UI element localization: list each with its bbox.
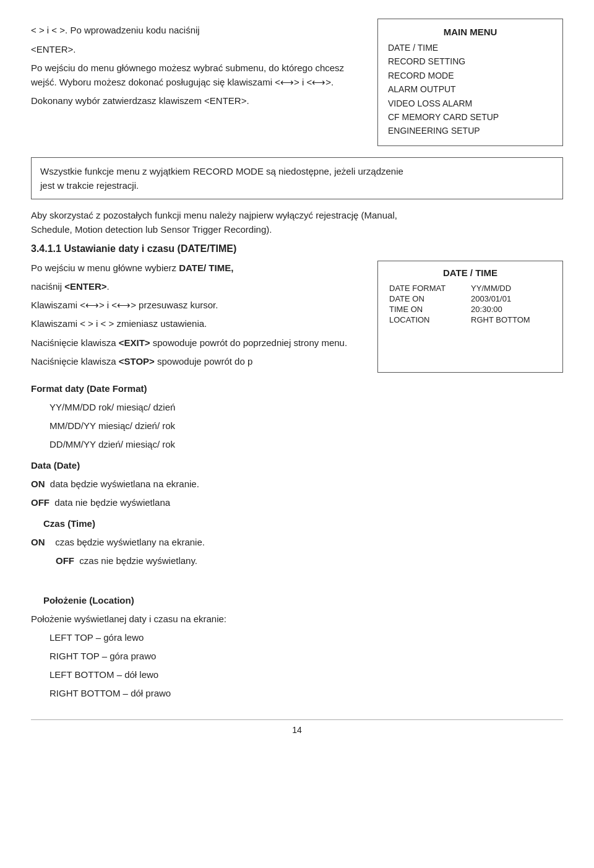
time-on: ON czas będzie wyświetlany na ekranie. xyxy=(31,535,563,550)
para-line2: Schedule, Motion detection lub Sensor Tr… xyxy=(31,224,272,235)
menu-item-record-mode: RECORD MODE xyxy=(388,69,553,82)
date-format-b: MM/DD/YY miesiąc/ dzień/ rok xyxy=(50,419,563,433)
dt-label-timeon: TIME ON xyxy=(387,304,468,315)
dt-row-location: LOCATION RGHT BOTTOM xyxy=(387,315,554,325)
intro-line3: Po wejściu do menu głównego możesz wybra… xyxy=(31,61,365,89)
para-section: Aby skorzystać z pozostałych funkcji men… xyxy=(31,208,563,237)
dt-row-format: DATE FORMAT YY/MM/DD xyxy=(387,283,554,293)
middle-line1: Po wejściu w menu główne wybierz DATE/ T… xyxy=(31,261,365,275)
content-section: Format daty (Date Format) YY/MM/DD rok/ … xyxy=(31,381,563,701)
notice-line2: jest w trakcie rejestracji. xyxy=(40,180,139,191)
top-section: < > i < >. Po wprowadzeniu kodu naciśnij… xyxy=(31,19,563,146)
date-format-c: DD/MM/YY dzień/ miesiąc/ rok xyxy=(50,437,563,452)
middle-section: Po wejściu w menu główne wybierz DATE/ T… xyxy=(31,261,563,373)
middle-line3: Klawiszami <⟷> i <⟷> przesuwasz kursor. xyxy=(31,298,365,312)
dt-value-location: RGHT BOTTOM xyxy=(468,315,554,325)
menu-item-alarm-output: ALARM OUTPUT xyxy=(388,82,553,96)
bold-stop: <STOP> xyxy=(119,356,155,367)
dt-label-dateon: DATE ON xyxy=(387,293,468,304)
middle-line5: Naciśnięcie klawisza <EXIT> spowoduje po… xyxy=(31,336,365,350)
location-desc: Położenie wyświetlanej daty i czasu na e… xyxy=(31,612,563,627)
page-container: < > i < >. Po wprowadzeniu kodu naciśnij… xyxy=(31,19,563,735)
location-b: RIGHT TOP – góra prawo xyxy=(50,649,563,664)
data-on-bold: ON xyxy=(31,479,45,489)
location-d: RIGHT BOTTOM – dół prawo xyxy=(50,686,563,701)
section-heading-341: 3.4.1.1 Ustawianie daty i czasu (DATE/TI… xyxy=(31,243,563,254)
datetime-box-title: DATE / TIME xyxy=(387,267,554,278)
intro-line4: Dokonany wybór zatwierdzasz klawiszem <E… xyxy=(31,94,365,108)
datetime-table: DATE FORMAT YY/MM/DD DATE ON 2003/01/01 … xyxy=(387,283,554,325)
main-menu-box: MAIN MENU DATE / TIME RECORD SETTING REC… xyxy=(377,19,563,146)
main-menu-title: MAIN MENU xyxy=(388,27,553,37)
bold-exit: <EXIT> xyxy=(119,337,150,348)
time-off-bold: OFF xyxy=(56,555,74,566)
data-off: OFF data nie będzie wyświetlana xyxy=(31,495,563,510)
dt-row-timeon: TIME ON 20:30:00 xyxy=(387,304,554,315)
location-a: LEFT TOP – góra lewo xyxy=(50,630,563,645)
data-off-bold: OFF xyxy=(31,497,50,508)
menu-item-engineering: ENGINEERING SETUP xyxy=(388,124,553,137)
notice-section: Wszystkie funkcje menu z wyjątkiem RECOR… xyxy=(31,157,563,200)
menu-item-record-setting: RECORD SETTING xyxy=(388,54,553,68)
para-line1: Aby skorzystać z pozostałych funkcji men… xyxy=(31,210,397,220)
bold-datetime: DATE/ TIME, xyxy=(179,263,233,273)
dt-row-dateon: DATE ON 2003/01/01 xyxy=(387,293,554,304)
bold-enter: <ENTER> xyxy=(64,281,106,292)
top-left-text: < > i < >. Po wprowadzeniu kodu naciśnij… xyxy=(31,19,365,146)
intro-line1: < > i < >. Po wprowadzeniu kodu naciśnij xyxy=(31,24,365,38)
datetime-box: DATE / TIME DATE FORMAT YY/MM/DD DATE ON… xyxy=(377,261,563,373)
location-heading: Położenie (Location) xyxy=(43,593,563,608)
date-format-a: YY/MM/DD rok/ miesiąc/ dzień xyxy=(50,400,563,415)
dt-label-location: LOCATION xyxy=(387,315,468,325)
time-on-bold: ON xyxy=(31,537,45,547)
time-off: OFF czas nie będzie wyświetlany. xyxy=(56,553,563,568)
dt-value-dateon: 2003/01/01 xyxy=(468,293,554,304)
dt-label-format: DATE FORMAT xyxy=(387,283,468,293)
intro-line2: <ENTER>. xyxy=(31,43,365,57)
menu-item-video-loss: VIDEO LOSS ALARM xyxy=(388,97,553,110)
menu-item-datetime: DATE / TIME xyxy=(388,41,553,54)
data-on: ON data będzie wyświetlana na ekranie. xyxy=(31,477,563,492)
page-number: 14 xyxy=(31,719,563,735)
location-c: LEFT BOTTOM – dół lewo xyxy=(50,667,563,682)
middle-line2: naciśnij <ENTER>. xyxy=(31,279,365,293)
menu-item-cf-memory: CF MEMORY CARD SETUP xyxy=(388,110,553,124)
middle-left-text: Po wejściu w menu główne wybierz DATE/ T… xyxy=(31,261,365,373)
middle-line4: Klawiszami < > i < > zmieniasz ustawieni… xyxy=(31,316,365,331)
middle-line6: Naciśnięcie klawisza <STOP> spowoduje po… xyxy=(31,354,365,368)
date-format-heading: Format daty (Date Format) xyxy=(31,381,563,396)
data-heading: Data (Date) xyxy=(31,458,563,473)
dt-value-format: YY/MM/DD xyxy=(468,283,554,293)
notice-line1: Wszystkie funkcje menu z wyjątkiem RECOR… xyxy=(40,166,403,176)
dt-value-timeon: 20:30:00 xyxy=(468,304,554,315)
time-heading: Czas (Time) xyxy=(43,516,563,531)
